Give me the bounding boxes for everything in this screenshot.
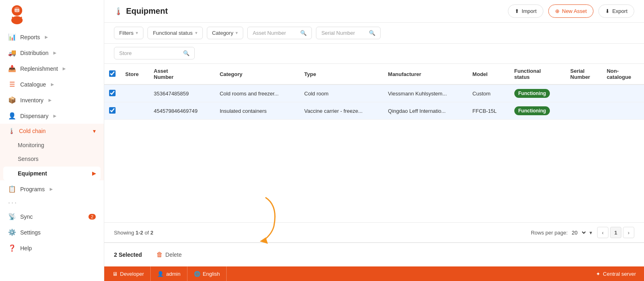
sidebar-item-help[interactable]: ❓ Help (0, 240, 104, 256)
sidebar-item-catalogue[interactable]: ☰ Catalogue ▶ (0, 76, 104, 92)
sidebar: m 📊 Reports ▶ 🚚 Distribution ▶ 📥 Repleni… (0, 0, 104, 281)
functional-status-label: Functional status (153, 30, 192, 36)
logo-area: m (0, 0, 104, 29)
new-asset-label: New Asset (562, 8, 587, 14)
sidebar-monitoring-label: Monitoring (18, 142, 44, 148)
non-catalogue-column-header: Non-catalogue (602, 64, 644, 85)
row2-checkbox[interactable] (109, 107, 116, 114)
row1-serial-number (566, 85, 602, 102)
row2-status-badge: Functioning (514, 106, 550, 115)
table-row: 353647485859 Cold rooms and freezer... C… (104, 85, 644, 102)
page-title: Equipment (126, 6, 168, 16)
cold-chain-expand-icon: ▾ (93, 128, 96, 134)
current-page-button[interactable]: 1 (610, 227, 621, 238)
inventory-icon: 📦 (8, 96, 16, 104)
sidebar-item-monitoring[interactable]: Monitoring (0, 138, 104, 152)
sidebar-item-inventory[interactable]: 📦 Inventory ▶ (0, 92, 104, 108)
row2-asset-number: 454579846469749 (149, 102, 215, 120)
server-icon: ✦ (596, 271, 600, 277)
import-button[interactable]: ⬆ Import (508, 4, 543, 18)
footer-admin[interactable]: 👤 admin (151, 266, 187, 281)
row1-non-catalogue (602, 85, 644, 102)
manufacturer-column-header: Manufacturer (383, 64, 467, 85)
row1-manufacturer: Viessmann Kuhlsystem... (383, 85, 467, 102)
row2-type: Vaccine carrier - freeze... (299, 102, 383, 120)
footer-language[interactable]: 🌐 English (187, 266, 227, 281)
footer-developer[interactable]: 🖥 Developer (112, 266, 151, 281)
rows-per-page-label: Rows per page: (531, 230, 568, 236)
sidebar-item-sensors[interactable]: Sensors (0, 152, 104, 166)
catalogue-expand-icon: ▶ (51, 82, 54, 87)
page-navigation: ‹ 1 › (597, 227, 634, 238)
sidebar-item-programs[interactable]: 📋 Programs ▶ (0, 181, 104, 197)
replenishment-expand-icon: ▶ (63, 66, 66, 71)
sidebar-item-sync[interactable]: 📡 Sync 2 (0, 209, 104, 224)
sidebar-item-dispensary[interactable]: 👤 Dispensary ▶ (0, 108, 104, 124)
showing-of: of (143, 230, 150, 236)
filters-dropdown[interactable]: Filters ▾ (114, 27, 143, 39)
select-all-checkbox[interactable] (109, 70, 116, 77)
selection-bar-container: 2 Selected 🗑 Delete (104, 242, 644, 266)
model-column-header: Model (467, 64, 509, 85)
developer-label: Developer (120, 271, 144, 277)
sidebar-item-equipment[interactable]: Equipment ▶ (3, 167, 101, 180)
help-icon: ❓ (8, 244, 16, 252)
category-label: Category (212, 30, 234, 36)
sidebar-item-catalogue-label: Catalogue (20, 81, 46, 88)
next-page-button[interactable]: › (623, 227, 634, 238)
delete-button[interactable]: 🗑 Delete (150, 248, 188, 262)
app-footer: 🖥 Developer 👤 admin 🌐 English ✦ Central … (104, 266, 644, 281)
new-asset-icon: ⊕ (555, 8, 560, 14)
import-icon: ⬆ (515, 8, 519, 14)
svg-text:m: m (15, 7, 19, 13)
asset-number-placeholder: Asset Number (253, 30, 286, 36)
serial-number-search[interactable]: Serial Number 🔍 (316, 27, 381, 39)
programs-icon: 📋 (8, 185, 16, 193)
sidebar-item-settings-label: Settings (20, 229, 41, 236)
app-logo: m (6, 4, 27, 25)
equipment-table: Store AssetNumber Category Type Manufact… (104, 64, 644, 120)
language-icon: 🌐 (194, 271, 200, 277)
server-label: Central server (603, 271, 636, 277)
sidebar-item-distribution-label: Distribution (20, 50, 48, 56)
showing-total: 2 (150, 230, 153, 236)
showing-prefix: Showing (114, 230, 135, 236)
sidebar-item-cold-chain[interactable]: 🌡️ Cold chain ▾ (0, 124, 104, 138)
sidebar-item-settings[interactable]: ⚙️ Settings (0, 224, 104, 240)
category-dropdown[interactable]: Category ▾ (207, 27, 244, 39)
row2-category: Insulated containers (215, 102, 299, 120)
select-all-header (104, 64, 120, 85)
export-button[interactable]: ⬇ Export (598, 4, 634, 18)
admin-label: admin (166, 271, 180, 277)
store-search-input[interactable]: Store 🔍 (114, 47, 195, 59)
row1-checkbox[interactable] (109, 90, 116, 96)
distribution-icon: 🚚 (8, 49, 16, 57)
sidebar-equipment-label: Equipment (18, 170, 47, 177)
inventory-expand-icon: ▶ (48, 98, 52, 102)
dispensary-expand-icon: ▶ (53, 114, 57, 118)
pagination-bar: Showing 1-2 of 2 Rows per page: 20 50 10… (104, 222, 644, 242)
sidebar-navigation: 📊 Reports ▶ 🚚 Distribution ▶ 📥 Replenish… (0, 29, 104, 281)
row1-type: Cold room (299, 85, 383, 102)
type-column-header: Type (299, 64, 383, 85)
new-asset-button[interactable]: ⊕ New Asset (548, 4, 593, 18)
selected-count-label: 2 Selected (114, 251, 142, 258)
functional-status-column-header: Functionalstatus (509, 64, 566, 85)
asset-number-search[interactable]: Asset Number 🔍 (247, 27, 312, 39)
equipment-table-container: Store AssetNumber Category Type Manufact… (104, 64, 644, 222)
sync-icon: 📡 (8, 213, 16, 220)
rows-per-page-select[interactable]: 20 50 100 (570, 229, 587, 236)
functional-status-dropdown[interactable]: Functional status ▾ (147, 27, 202, 39)
serial-number-search-icon: 🔍 (369, 30, 375, 36)
previous-page-button[interactable]: ‹ (597, 227, 608, 238)
row2-serial-number (566, 102, 602, 120)
sidebar-item-distribution[interactable]: 🚚 Distribution ▶ (0, 45, 104, 61)
sidebar-item-programs-label: Programs (20, 186, 45, 192)
sidebar-item-replenishment[interactable]: 📥 Replenishment ▶ (0, 61, 104, 76)
sidebar-item-reports[interactable]: 📊 Reports ▶ (0, 29, 104, 45)
category-chevron-icon: ▾ (236, 30, 238, 36)
footer-server: ✦ Central server (596, 271, 636, 277)
equipment-header-icon: 🌡️ (114, 7, 123, 16)
sidebar-item-inventory-label: Inventory (20, 97, 44, 104)
row2-checkbox-cell (104, 102, 120, 120)
